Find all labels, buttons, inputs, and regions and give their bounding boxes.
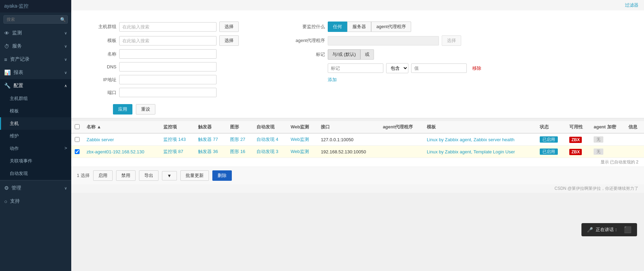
sidebar-item-service[interactable]: ⏱ 服务 ∨	[0, 40, 71, 53]
row2-encryption: 无	[590, 146, 625, 158]
sidebar-sub-item-templates[interactable]: 模板	[0, 105, 71, 117]
add-tag-row: 添加	[294, 77, 630, 83]
monitor-icon: 👁	[4, 30, 9, 36]
name-input[interactable]	[119, 49, 217, 59]
table-header-row: 名称 ▲ 监控项 触发器 图形 自动发现 Web监测 接口 agent代理程序 …	[71, 121, 644, 133]
row1-template-link[interactable]: Linux by Zabbix agent, Zabbix server hea…	[427, 137, 514, 142]
sidebar-item-monitor[interactable]: 👁 监测 ∨	[0, 26, 71, 40]
sidebar-sub-item-host-groups[interactable]: 主机群组	[0, 92, 71, 105]
delete-btn[interactable]: 删除	[212, 170, 232, 181]
th-name[interactable]: 名称 ▲	[83, 121, 160, 133]
monitor-btn-any[interactable]: 任何	[328, 22, 347, 32]
row1-status-badge: 已启用	[540, 136, 558, 143]
sidebar-item-reports[interactable]: 📊 报表 ∨	[0, 66, 71, 79]
tag-name-input[interactable]	[328, 63, 383, 73]
row2-triggers-link[interactable]: 触发器 36	[198, 149, 218, 154]
host-group-select-btn[interactable]: 选择	[219, 22, 239, 32]
name-label: 名称	[85, 51, 116, 57]
row2-monitors-link[interactable]: 监控项 87	[163, 149, 183, 154]
sidebar-sub-item-auto-discovery[interactable]: 自动发现	[0, 167, 71, 180]
tag-btn-or[interactable]: 或	[360, 49, 374, 60]
disable-btn[interactable]: 禁用	[116, 170, 136, 181]
row1-encryption: 无	[590, 133, 625, 146]
filter-toggle-btn[interactable]: 过滤器	[625, 2, 638, 8]
sidebar-search-input[interactable]	[3, 15, 68, 24]
service-icon: ⏱	[4, 43, 9, 49]
agent-input[interactable]	[328, 36, 439, 45]
row1-autodiscovery-link[interactable]: 自动发现 4	[256, 137, 278, 142]
export-dropdown-btn[interactable]: ▼	[162, 171, 177, 180]
row1-webmonitor-link[interactable]: Web监测	[291, 137, 309, 142]
row1-monitors-link[interactable]: 监控项 143	[163, 137, 186, 142]
tag-operator-select[interactable]: 包含	[386, 63, 408, 73]
sidebar-sub-item-corr-events[interactable]: 关联项事件	[0, 155, 71, 167]
sidebar-item-config[interactable]: 🔧 配置 ∧	[0, 79, 71, 92]
row1-triggers: 触发器 77	[195, 133, 227, 146]
host-group-input[interactable]	[119, 22, 217, 32]
port-input[interactable]	[119, 88, 217, 97]
row2-autodiscovery-link[interactable]: 自动发现 3	[256, 149, 278, 154]
sidebar-item-label-service: 服务	[12, 43, 22, 49]
row1-checkbox[interactable]	[75, 137, 80, 142]
row1-template: Linux by Zabbix agent, Zabbix server hea…	[423, 133, 536, 146]
select-all-checkbox[interactable]	[75, 124, 80, 129]
port-row: 端口	[85, 88, 280, 97]
sidebar-item-support[interactable]: ○ 支持	[0, 195, 71, 208]
row1-name-link[interactable]: Zabbix server	[87, 137, 114, 142]
sidebar-item-assets[interactable]: ≡ 资产记录 ∨	[0, 53, 71, 66]
speaking-text: 正在讲话：	[596, 227, 618, 233]
service-arrow: ∨	[64, 44, 67, 49]
row1-encryption-badge: 无	[594, 136, 603, 143]
row2-encryption-badge: 无	[594, 149, 603, 155]
add-tag-btn[interactable]: 添加	[328, 77, 337, 83]
row2-status-badge: 已启用	[540, 149, 558, 155]
row2-webmonitor-link[interactable]: Web监测	[291, 149, 309, 154]
row2-template: Linux by Zabbix agent, Template Login Us…	[423, 146, 536, 158]
row2-interface: 192.168.52.130:10050	[317, 146, 379, 158]
row2-checkbox[interactable]	[75, 149, 80, 154]
monitor-btn-server[interactable]: 服务器	[347, 22, 371, 32]
tag-btn-and-or[interactable]: 与/或 (默认)	[328, 49, 360, 60]
row2-availability: ZBX	[566, 146, 590, 158]
tag-remove-btn[interactable]: 移除	[470, 65, 484, 72]
row1-availability: ZBX	[566, 133, 590, 146]
bulk-update-btn[interactable]: 批量更新	[180, 170, 209, 181]
left-filters: 主机群组 选择 模板 选择 名称 DNS IP地	[85, 22, 280, 101]
table-area: 名称 ▲ 监控项 触发器 图形 自动发现 Web监测 接口 agent代理程序 …	[71, 121, 644, 184]
export-btn[interactable]: 导出	[139, 170, 158, 181]
row2-graphs-link[interactable]: 图形 16	[230, 149, 245, 154]
dns-input[interactable]	[119, 62, 217, 71]
sidebar-sub-item-actions[interactable]: 动作 >	[0, 142, 71, 155]
reports-icon: 📊	[4, 69, 11, 76]
ip-input[interactable]	[119, 75, 217, 84]
reset-btn[interactable]: 重设	[136, 104, 155, 115]
row2-template-link[interactable]: Linux by Zabbix agent, Template Login Us…	[427, 149, 515, 154]
sidebar-item-label-config: 配置	[14, 83, 23, 89]
agent-select-btn[interactable]: 选择	[442, 35, 461, 46]
row2-name-link[interactable]: zbx-agent01-192.168.52.130	[87, 149, 144, 154]
row1-triggers-link[interactable]: 触发器 77	[198, 137, 218, 142]
row2-agent	[379, 146, 423, 158]
hosts-table: 名称 ▲ 监控项 触发器 图形 自动发现 Web监测 接口 agent代理程序 …	[71, 121, 644, 158]
row1-info	[625, 133, 644, 146]
row1-name: Zabbix server	[83, 133, 160, 146]
sidebar-item-label-reports: 报表	[14, 69, 23, 76]
enable-btn[interactable]: 启用	[93, 170, 113, 181]
template-select-btn[interactable]: 选择	[219, 35, 239, 46]
th-template: 模板	[423, 121, 536, 133]
sidebar-item-admin[interactable]: ⚙ 管理 ∨	[0, 181, 71, 195]
apply-btn[interactable]: 应用	[113, 104, 132, 115]
sidebar-sub-item-maintenance[interactable]: 维护	[0, 130, 71, 142]
ip-row: IP地址	[85, 75, 280, 84]
search-icon: 🔍	[60, 17, 66, 22]
th-interface: 接口	[317, 121, 379, 133]
template-input[interactable]	[119, 36, 217, 45]
th-status: 状态	[536, 121, 566, 133]
row2-name: zbx-agent01-192.168.52.130	[83, 146, 160, 158]
sidebar-sub-item-hosts[interactable]: 主机	[0, 117, 71, 130]
monitor-btn-agent[interactable]: agent代理程序	[371, 22, 411, 32]
tag-value-input[interactable]	[411, 63, 467, 73]
row1-graphs-link[interactable]: 图形 27	[230, 137, 245, 142]
config-arrow: ∧	[64, 84, 67, 88]
reports-arrow: ∨	[64, 70, 67, 75]
